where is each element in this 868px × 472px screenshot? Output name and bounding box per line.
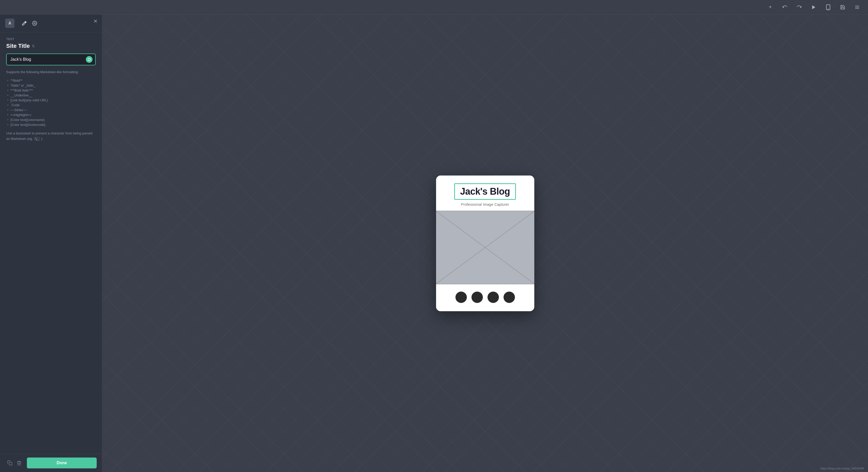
app-logo: A [5,19,14,28]
paintbrush-button[interactable] [22,21,27,26]
sidebar-bottom: Done [0,454,102,472]
markdown-item: ==Highlight== [7,113,96,117]
undo-button[interactable] [780,3,789,12]
image-placeholder [436,211,534,284]
delete-button[interactable] [14,458,24,468]
sidebar-section-title: Site Title [6,43,30,50]
url-bar: https://blog.csdn.net/qq_34829448 [820,467,864,470]
markdown-item: [Link text](any valid URL) [7,98,96,103]
svg-rect-7 [9,463,12,465]
sidebar: A ✕ TEXT Site Title ⇅ [0,14,102,472]
input-refresh-icon[interactable] [86,56,93,63]
social-dot-2 [471,291,483,303]
sidebar-title-row: Site Title ⇅ [6,43,96,50]
top-bar: + [0,0,868,14]
done-button[interactable]: Done [27,458,97,468]
markdown-item: ~~Strike~~ [7,107,96,113]
markdown-item: **Bold** [7,78,96,83]
social-dot-4 [503,291,515,303]
sidebar-close-button[interactable]: ✕ [93,18,98,24]
markdown-item: [Color text]{colorname} [7,117,96,122]
blog-title: Jack's Blog [460,186,510,197]
redo-button[interactable] [795,3,804,12]
social-dot-3 [488,291,499,303]
sidebar-section-label: TEXT [6,37,96,40]
markdown-help-intro: Supports the following Markdown-like for… [6,69,96,75]
social-dot-1 [456,291,467,303]
sidebar-top-icons: A [0,14,102,32]
blog-subtitle: Professional Image Capturer [442,202,528,207]
main-layout: A ✕ TEXT Site Title ⇅ [0,14,868,472]
copy-button[interactable] [5,458,14,468]
svg-marker-0 [812,5,815,9]
markdown-item: [Color text]{#colorcode} [7,122,96,127]
blog-title-box: Jack's Blog [454,183,516,200]
canvas-area: Jack's Blog Professional Image Capturer … [102,14,868,472]
social-dots [436,284,534,311]
sidebar-content: TEXT Site Title ⇅ Supports the following… [0,32,102,454]
svg-point-6 [34,23,35,24]
markdown-item: `Code` [7,103,96,107]
site-title-input[interactable] [6,54,96,65]
top-bar-actions: + [766,3,862,12]
mobile-preview-button[interactable] [824,3,833,12]
text-input-wrapper [6,54,96,65]
markdown-item: __Underline__ [7,93,96,98]
markdown-list: **Bold** *Italic* or _Italic_ ***Bold It… [7,78,96,127]
settings-button[interactable] [32,21,37,26]
markdown-item: *Italic* or _Italic_ [7,83,96,88]
sort-icon[interactable]: ⇅ [32,44,35,48]
markdown-note: Use a backslash to prevent a character f… [6,131,96,141]
save-button[interactable] [838,3,847,12]
menu-button[interactable] [852,3,862,12]
markdown-item: ***Bold Italic*** [7,88,96,93]
play-button[interactable] [809,3,818,12]
phone-mockup: Jack's Blog Professional Image Capturer [436,176,534,311]
inline-code: \_ [34,137,40,141]
phone-header: Jack's Blog Professional Image Capturer [436,176,534,211]
add-button[interactable]: + [766,3,775,12]
